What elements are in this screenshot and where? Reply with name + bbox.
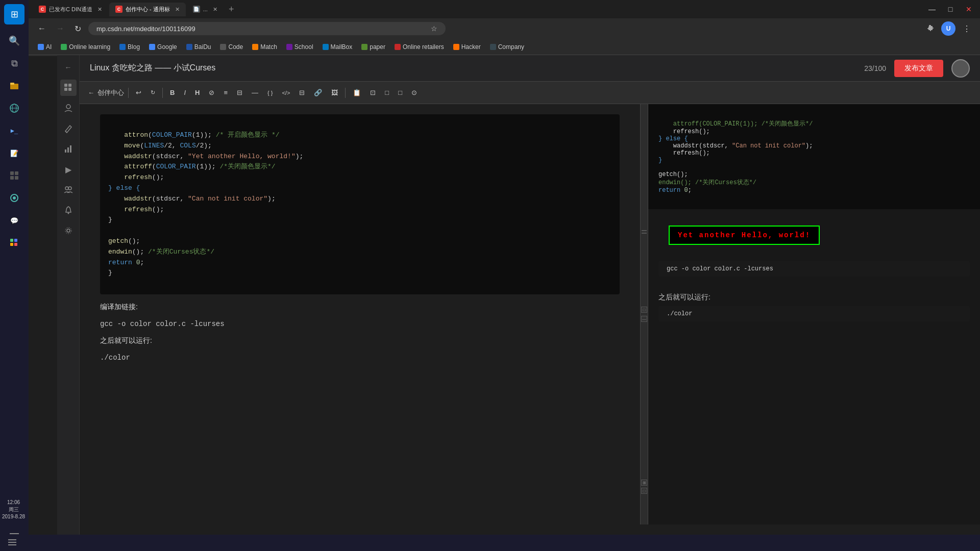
bookmark-company-label: Company bbox=[498, 43, 524, 51]
forward-button[interactable]: → bbox=[53, 22, 67, 35]
toolbar-italic[interactable]: I bbox=[181, 87, 189, 98]
svg-rect-30 bbox=[490, 44, 496, 50]
lock-scroll-btn[interactable]: □ bbox=[641, 488, 647, 494]
os-taskbar: ⊞ 🔍 ⧉ ▶_ 📝 💬 bbox=[0, 0, 29, 551]
nav-settings-icon[interactable] bbox=[60, 222, 77, 239]
editor-code-block: attron(COLOR_PAIR(1)); /* 开启颜色显示 */ move… bbox=[100, 114, 620, 294]
svg-rect-8 bbox=[15, 176, 18, 180]
svg-rect-33 bbox=[64, 88, 67, 91]
svg-line-36 bbox=[65, 131, 67, 133]
minimize-button[interactable]: — bbox=[925, 2, 939, 16]
back-button[interactable]: ← bbox=[35, 22, 49, 35]
browser-taskbar-button[interactable] bbox=[4, 98, 24, 118]
toolbar-heading[interactable]: H bbox=[192, 87, 203, 98]
browser-tab-1[interactable]: C 已发布C DIN通道 ✕ bbox=[33, 3, 108, 16]
bookmark-online-learning[interactable]: Online learning bbox=[57, 42, 114, 52]
toolbar-copy[interactable]: 📋 bbox=[350, 87, 364, 98]
new-tab-button[interactable]: + bbox=[225, 4, 238, 15]
bookmark-mailbox[interactable]: MailBox bbox=[318, 42, 357, 52]
tab3-close[interactable]: ✕ bbox=[213, 6, 217, 13]
nav-notification-icon[interactable] bbox=[60, 202, 77, 218]
nav-users-icon[interactable] bbox=[60, 182, 77, 198]
toolbar-inline-code[interactable]: </> bbox=[279, 88, 293, 98]
toolbar-unordered-list[interactable]: ≡ bbox=[220, 87, 231, 98]
grid-taskbar-button[interactable] bbox=[4, 165, 24, 186]
editor-left-pane[interactable]: attron(COLOR_PAIR(1)); /* 开启颜色显示 */ move… bbox=[80, 104, 640, 524]
file-explorer-button[interactable] bbox=[4, 76, 24, 96]
svg-rect-21 bbox=[149, 44, 155, 50]
bookmark-star-icon[interactable]: ☆ bbox=[431, 24, 437, 33]
terminal-taskbar-button[interactable]: ▶_ bbox=[4, 120, 24, 141]
toolbar-redo[interactable]: ↻ bbox=[148, 87, 158, 98]
tab1-close[interactable]: ✕ bbox=[97, 6, 102, 13]
toolbar-fullscreen[interactable]: ⊡ bbox=[367, 87, 379, 98]
editor-right-pane[interactable]: attroff(COLOR_PAIR(1)); /*关闭颜色显示*/ refre… bbox=[648, 104, 980, 524]
apps-taskbar-button[interactable] bbox=[4, 233, 24, 253]
nav-user-icon[interactable] bbox=[60, 100, 77, 116]
nav-terminal-icon[interactable]: ▶ bbox=[60, 161, 77, 178]
toolbar-ordered-list[interactable]: ⊟ bbox=[234, 87, 246, 98]
toolbar-split[interactable]: □ bbox=[395, 87, 405, 98]
bookmark-baidu[interactable]: BaiDu bbox=[182, 42, 215, 52]
toolbar-code-block[interactable]: { } bbox=[264, 88, 276, 98]
svg-rect-15 bbox=[10, 533, 19, 534]
taskview-button[interactable]: ⧉ bbox=[4, 53, 24, 73]
bookmark-company[interactable]: Company bbox=[486, 42, 528, 52]
bookmark-code[interactable]: Code bbox=[216, 42, 247, 52]
browser-tab-3[interactable]: 📄 ... ✕ bbox=[187, 3, 224, 16]
partner-center-link[interactable]: ← 创伴中心 bbox=[88, 88, 124, 97]
bookmark-hacker[interactable]: Hacker bbox=[449, 42, 485, 52]
toolbar-preview[interactable]: □ bbox=[382, 87, 392, 98]
tab2-close[interactable]: ✕ bbox=[175, 6, 180, 13]
bookmarks-bar: AI Online learning Blog Google BaiDu Cod… bbox=[29, 39, 980, 55]
editor-divider[interactable]: □ — ⊞ □ bbox=[640, 104, 648, 524]
svg-point-40 bbox=[65, 187, 68, 190]
notepad-taskbar-button[interactable]: 📝 bbox=[4, 143, 24, 163]
svg-rect-47 bbox=[8, 544, 16, 545]
menu-button[interactable]: ⋮ bbox=[960, 21, 974, 36]
nav-partner-center-icon[interactable] bbox=[60, 80, 77, 96]
nav-write-icon[interactable] bbox=[60, 120, 77, 137]
message-taskbar-button[interactable]: 💬 bbox=[4, 210, 24, 231]
maximize-button[interactable]: □ bbox=[943, 2, 958, 16]
browser-chrome: C 已发布C DIN通道 ✕ C 创作中心 - 通用标 ✕ 📄 ... ✕ + … bbox=[29, 0, 980, 56]
bookmark-school[interactable]: School bbox=[282, 42, 317, 52]
bookmark-blog[interactable]: Blog bbox=[115, 42, 144, 52]
bookmark-paper[interactable]: paper bbox=[357, 42, 389, 52]
toolbar-divider[interactable]: — bbox=[249, 87, 261, 98]
bookmark-google[interactable]: Google bbox=[145, 42, 181, 52]
divider-line-1 bbox=[642, 230, 647, 231]
user-avatar[interactable] bbox=[951, 59, 970, 78]
svg-rect-19 bbox=[61, 44, 67, 50]
scroll-separator-btn[interactable]: — bbox=[641, 316, 647, 322]
svg-rect-14 bbox=[14, 243, 17, 246]
toolbar-bold[interactable]: B bbox=[167, 87, 178, 98]
bookmark-baidu-label: BaiDu bbox=[194, 43, 211, 51]
publish-button[interactable]: 发布文章 bbox=[894, 60, 943, 77]
address-bar[interactable]: mp.csdn.net/mdeditor/100116099 ☆ bbox=[88, 22, 446, 35]
toolbar-link[interactable]: 🔗 bbox=[311, 87, 325, 98]
bookmark-ai[interactable]: AI bbox=[34, 42, 56, 52]
toolbar-strikethrough[interactable]: ⊘ bbox=[206, 87, 217, 98]
sync-scroll-btn[interactable]: ⊞ bbox=[641, 480, 647, 486]
toolbar-undo[interactable]: ↩ bbox=[133, 87, 144, 98]
toolbar-table[interactable]: ⊟ bbox=[296, 87, 308, 98]
start-button[interactable]: ⊞ bbox=[4, 4, 24, 24]
circle-taskbar-button[interactable] bbox=[4, 188, 24, 208]
nav-back-icon[interactable]: ← bbox=[60, 59, 77, 76]
browser-tab-2[interactable]: C 创作中心 - 通用标 ✕ bbox=[109, 3, 186, 16]
svg-rect-39 bbox=[70, 145, 71, 153]
bookmark-match[interactable]: Match bbox=[248, 42, 281, 52]
bookmark-online-retailers[interactable]: Online retailers bbox=[390, 42, 448, 52]
toolbar-image[interactable]: 🖼 bbox=[328, 87, 341, 98]
extensions-button[interactable] bbox=[923, 21, 937, 36]
user-profile-button[interactable]: U bbox=[941, 21, 955, 36]
close-window-button[interactable]: ✕ bbox=[962, 2, 976, 16]
scroll-up-btn[interactable]: □ bbox=[641, 307, 647, 313]
bottom-apps-icon[interactable] bbox=[4, 537, 20, 548]
search-taskbar-button[interactable]: 🔍 bbox=[4, 31, 24, 51]
terminal-output-box: Yet another Hello, world! bbox=[669, 226, 820, 245]
nav-chart-icon[interactable] bbox=[60, 141, 77, 157]
toolbar-help[interactable]: ⊙ bbox=[408, 87, 420, 98]
refresh-button[interactable]: ↻ bbox=[71, 22, 84, 36]
